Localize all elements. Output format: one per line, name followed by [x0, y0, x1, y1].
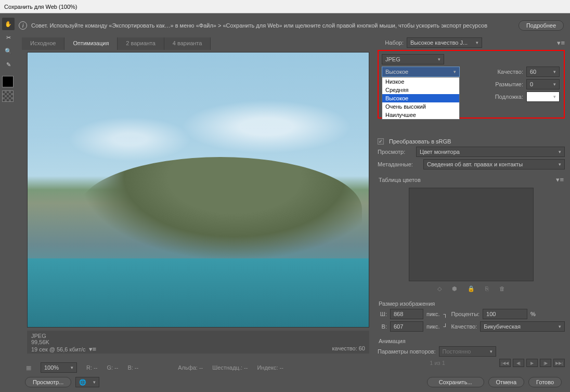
quality-option-low[interactable]: Низкое [382, 77, 459, 86]
width-unit: пикс. [426, 311, 440, 317]
blur-label: Размытие: [495, 81, 523, 87]
anim-header: Анимация [379, 338, 406, 344]
browser-select[interactable]: 🌐 [75, 377, 99, 387]
percent-input[interactable]: 100 [483, 309, 527, 319]
height-input[interactable]: 607 [390, 321, 423, 332]
preset-select[interactable]: Высокое качество J... [407, 37, 482, 48]
tip-text: Совет. Используйте команду «Экспортирова… [31, 22, 514, 29]
readout-hex: Шестнадц.: -- [212, 364, 248, 371]
preview-format: JPEG [31, 333, 96, 339]
readout-r: R: -- [86, 364, 97, 371]
palette-menu-icon[interactable]: ▾≡ [556, 176, 564, 184]
tools-column: ✋ ✂ 🔍 ✎ [2, 18, 16, 102]
info-icon: i [19, 21, 27, 30]
preview-area[interactable] [27, 52, 369, 328]
srgb-checkbox[interactable]: ✓ [378, 138, 384, 145]
size-header: Размер изображения [379, 300, 435, 307]
slice-tool[interactable]: ✂ [2, 31, 15, 44]
action-bar: Просмотр... 🌐 Сохранить... Отмена Готово [22, 375, 565, 389]
quality-option-medium[interactable]: Средняя [382, 86, 459, 94]
srgb-label: Преобразовать в sRGB [389, 138, 451, 145]
new-icon[interactable]: ⎘ [485, 285, 489, 292]
tab-two-up[interactable]: 2 варианта [118, 37, 164, 50]
resample-label: Качество: [451, 323, 477, 330]
loop-label: Параметры повторов: [378, 348, 436, 355]
format-select[interactable]: JPEG [382, 54, 444, 64]
preset-label: Набор: [378, 40, 404, 46]
tab-source[interactable]: Исходное [22, 37, 64, 50]
readout-index: Индекс: -- [257, 364, 283, 371]
zoom-tool[interactable]: 🔍 [2, 45, 15, 57]
slice-visibility-icon[interactable] [2, 90, 14, 102]
color-table [409, 188, 534, 281]
quality-input[interactable]: 60 [526, 67, 560, 77]
preview-size: 99,56K [31, 339, 96, 345]
palette-toolbar: ◇ ⬢ 🔒 ⎘ 🗑 [378, 283, 565, 294]
preview-time: 19 сек @ 56,6 кбит/с [31, 346, 86, 352]
view-select[interactable]: Цвет монитора [416, 147, 565, 157]
preview-quality: качество: 60 [332, 345, 365, 351]
view-grid-icon[interactable]: ▦ [26, 364, 31, 371]
width-input[interactable]: 868 [390, 309, 423, 319]
palette-icon-2[interactable]: ⬢ [452, 285, 457, 292]
quality-option-veryhigh[interactable]: Очень высокий [382, 102, 459, 111]
tab-optimization[interactable]: Оптимизация [64, 37, 118, 50]
tabs: Исходное Оптимизация 2 варианта 4 вариан… [22, 37, 211, 50]
matte-label: Подложка: [495, 94, 523, 100]
window-title: Сохранить для Web (100%) [4, 4, 77, 10]
preview-info: JPEG 99,56K 19 сек @ 56,6 кбит/с ▾≡ каче… [27, 331, 369, 354]
quality-option-high[interactable]: Высокое [382, 94, 459, 102]
view-label: Просмотр: [378, 149, 413, 155]
preview-menu-icon[interactable]: ▾≡ [89, 345, 97, 353]
quality-label: Качество: [497, 69, 523, 75]
right-panel: Набор: Высокое качество J... ▾≡ JPEG Выс… [378, 37, 565, 369]
readout-g: G: -- [107, 364, 118, 371]
palette-header: Таблица цветов [379, 177, 421, 183]
matte-input[interactable] [526, 92, 560, 102]
quality-preset-dropdown: Низкое Средняя Высокое Очень высокий Наи… [382, 77, 460, 120]
blur-input[interactable]: 0 [526, 79, 560, 89]
tip-bar: i Совет. Используйте команду «Экспортиро… [19, 19, 564, 32]
percent-unit: % [530, 311, 536, 317]
width-label: Ш: [378, 311, 387, 317]
loop-select: Постоянно [439, 346, 496, 357]
save-button[interactable]: Сохранить... [427, 377, 484, 387]
more-button[interactable]: Подробнее [519, 20, 564, 31]
readout-alpha: Альфа: -- [178, 364, 203, 371]
percent-label: Проценты: [451, 311, 480, 317]
preview-image [28, 53, 369, 327]
cancel-button[interactable]: Отмена [488, 377, 524, 387]
trash-icon[interactable]: 🗑 [499, 285, 505, 292]
meta-label: Метаданные: [378, 161, 420, 167]
resample-select[interactable]: Бикубическая [480, 321, 565, 332]
quality-option-max[interactable]: Наилучшее [382, 111, 459, 119]
height-unit: пикс. [426, 323, 440, 330]
title-bar: Сохранить для Web (100%) [0, 0, 570, 14]
hand-tool[interactable]: ✋ [2, 18, 15, 30]
height-label: В: [378, 323, 387, 330]
preview-button[interactable]: Просмотр... [25, 377, 71, 387]
meta-select[interactable]: Сведения об авт. правах и контакты [423, 159, 565, 169]
palette-icon-1[interactable]: ◇ [437, 285, 442, 292]
panel-menu-icon[interactable]: ▾≡ [557, 39, 565, 47]
quality-preset-select[interactable]: Высокое [382, 67, 460, 77]
lock-icon[interactable]: 🔒 [468, 285, 475, 292]
readout-b: B: -- [127, 364, 138, 371]
status-bar: ▦ 100% R: -- G: -- B: -- Альфа: -- Шестн… [22, 362, 565, 373]
done-button[interactable]: Готово [528, 377, 562, 387]
settings-highlight: JPEG Высокое Низкое Средняя Высокое Очен… [378, 50, 565, 119]
foreground-color[interactable] [2, 76, 14, 87]
zoom-select[interactable]: 100% [41, 362, 77, 373]
eyedropper-tool[interactable]: ✎ [2, 58, 15, 71]
tab-four-up[interactable]: 4 варианта [164, 37, 211, 50]
